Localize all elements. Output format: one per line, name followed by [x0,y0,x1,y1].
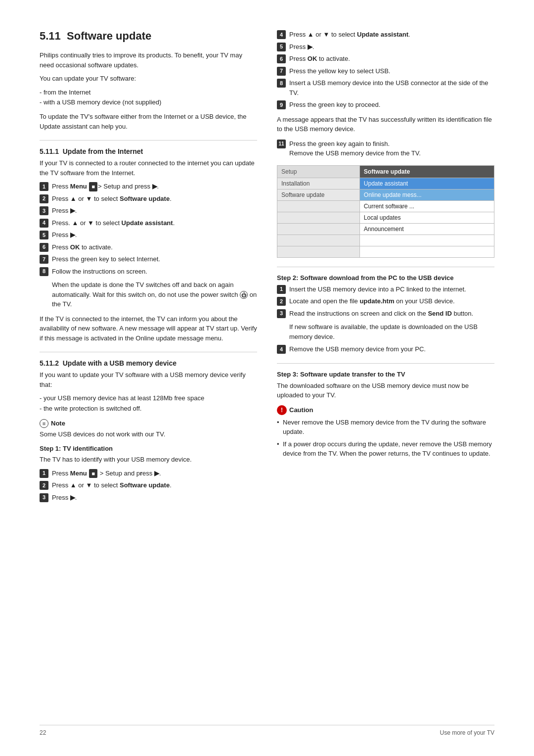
table-cell-empty-5 [359,235,494,246]
table-cell-installation: Installation [277,178,360,189]
step-text-1: Press Menu ■> Setup and press ▶. [52,182,257,191]
table-col2-header: Software update [359,165,494,178]
menu-icon: ■ [89,182,97,191]
r-step-7: 7 Press the yellow key to select USB. [277,66,494,76]
table-cell-empty-4 [277,235,360,246]
r-step-num-11: 11 [277,140,286,148]
section-title: 5.11 Software update [40,30,257,43]
r-step-text-8: Insert a USB memory device into the USB … [289,78,494,97]
caution-item-2: If a power drop occurs during the update… [277,439,494,459]
table-row-6 [277,235,494,246]
page-footer: 22 Use more of your TV [40,725,494,736]
step-list-step2: 1 Insert the USB memory device into a PC… [277,284,494,319]
s2-step-4: 4 Remove the USB memory device from your… [277,344,494,354]
power-icon: ⏻ [240,291,248,299]
r-step-num-7: 7 [277,67,286,76]
tv-id-step-num-3: 3 [40,493,48,502]
table-header-row: Setup Software update [277,165,494,178]
footer-divider [40,725,494,725]
step-1: 1 Press Menu ■> Setup and press ▶. [40,182,257,191]
step1-body: The TV has to identify with your USB mem… [40,455,257,465]
intro-para-3: To update the TV's software either from … [40,112,257,131]
step-num-4: 4 [40,219,48,228]
tv-id-step-num-2: 2 [40,481,48,490]
table-row-5: Announcement [277,223,494,235]
r-step-text-5: Press ▶. [289,42,494,52]
r-step-num-6: 6 [277,54,286,63]
step1-title: Step 1: TV identification [40,445,257,452]
post-internet-text: If the TV is connected to the internet, … [40,314,257,343]
s2-step-text-2: Locate and open the file update.htm on y… [289,296,494,306]
divider-1 [40,140,257,141]
tv-id-step-text-1: Press Menu ■ > Setup and press ▶. [52,469,257,478]
step3-title: Step 3: Software update transfer to the … [277,371,494,378]
message-text: A message appears that the TV has succes… [277,115,494,134]
tv-id-step-num-1: 1 [40,469,48,478]
r-step-text-7: Press the yellow key to select USB. [289,66,494,76]
subsection-2-body: If you want to update your TV software w… [40,370,257,389]
s2-step-3: 3 Read the instructions on screen and cl… [277,309,494,319]
left-column: 5.11 Software update Philips continually… [40,30,257,506]
step-num-7: 7 [40,255,48,264]
divider-right-1 [277,267,494,267]
r-step-6: 6 Press OK to activate. [277,54,494,64]
caution-list: Never remove the USB memory device from … [277,418,494,459]
step-3: 3 Press ▶. [40,206,257,216]
divider-2 [40,352,257,352]
step11-sub: Remove the USB memory device from the TV… [289,149,421,157]
table-cell-announcement: Announcement [359,223,494,235]
note-title: ≡ Note [40,419,257,428]
r-step-9: 9 Press the green key to proceed. [277,100,494,110]
r-step-num-5: 5 [277,43,286,51]
divider-right-2 [277,363,494,364]
intro-list-item: from the Internet [40,88,257,98]
step3-body: The downloaded software on the USB memor… [277,381,494,400]
step-num-1: 1 [40,182,48,191]
step-text-2: Press ▲ or ▼ to select Software update. [52,194,257,204]
s2-step-num-3: 3 [277,309,286,318]
caution-item-1: Never remove the USB memory device from … [277,418,494,437]
step-2: 2 Press ▲ or ▼ to select Software update… [40,194,257,204]
verify-list: your USB memory device has at least 128M… [40,393,257,414]
table-cell-empty-3 [277,223,360,235]
step-list-right-top: 4 Press ▲ or ▼ to select Update assistan… [277,30,494,110]
step-text-7: Press the green key to select Internet. [52,254,257,264]
table-row-4: Local updates [277,212,494,223]
verify-item-2: the write protection is switched off. [40,404,257,414]
tv-id-step-1: 1 Press Menu ■ > Setup and press ▶. [40,469,257,478]
s2-step-num-1: 1 [277,285,286,294]
step-list-step2b: 4 Remove the USB memory device from your… [277,344,494,354]
table-cell-empty-2 [277,212,360,223]
footer-divider-wrapper: 22 Use more of your TV [40,725,494,736]
step2-title: Step 2: Software download from the PC to… [277,274,494,282]
s2-step-num-2: 2 [277,297,286,306]
table-col1-header: Setup [277,165,360,178]
footer-text: Use more of your TV [440,729,494,736]
step-text-4: Press. ▲ or ▼ to select Update assistant… [52,218,257,228]
tv-id-step-3: 3 Press ▶. [40,493,257,503]
step-6: 6 Press OK to activate. [40,242,257,252]
step-4: 4 Press. ▲ or ▼ to select Update assista… [40,218,257,228]
r-step-11: 11 Press the green key again to finish. … [277,139,494,158]
step-text-3: Press ▶. [52,206,257,216]
tv-id-step-text-2: Press ▲ or ▼ to select Software update. [52,480,257,490]
r-step-text-11: Press the green key again to finish. Rem… [289,139,494,158]
s2-step-text-3: Read the instructions on screen and clic… [289,309,494,319]
step-8: 8 Follow the instructions on screen. [40,267,257,277]
s2-step-num-4: 4 [277,345,286,354]
r-step-text-4: Press ▲ or ▼ to select Update assistant. [289,30,494,40]
step-5: 5 Press ▶. [40,230,257,240]
note-icon: ≡ [40,419,48,428]
step-text-8: Follow the instructions on screen. [52,267,257,277]
r-step-5: 5 Press ▶. [277,42,494,52]
r-step-4: 4 Press ▲ or ▼ to select Update assistan… [277,30,494,40]
table-row-3: Current software ... [277,200,494,212]
s2-step-text-4: Remove the USB memory device from your P… [289,344,494,354]
menu-icon-2: ■ [89,469,97,478]
table-cell-empty-7 [359,246,494,257]
step-num-3: 3 [40,206,48,215]
r-step-num-4: 4 [277,30,286,39]
r-step-num-8: 8 [277,79,286,88]
step-text-6: Press OK to activate. [52,242,257,252]
note-box: ≡ Note Some USB devices do not work with… [40,419,257,439]
